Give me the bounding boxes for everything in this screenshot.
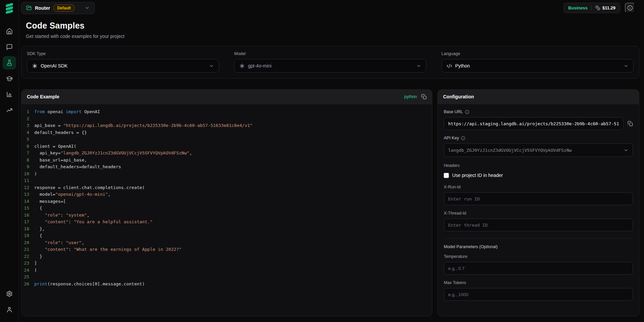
home-icon: [6, 28, 13, 35]
openai-icon: [32, 63, 38, 69]
code-line: 6client = OpenAI(: [22, 143, 432, 150]
sidebar-item-analytics[interactable]: [3, 88, 16, 101]
api-key-select[interactable]: langdb_ZGJ0YzJ1cnZ3dGVOUjVCcjV5SFVYQVpkO…: [444, 143, 633, 157]
sdk-type-label: SDK Type: [27, 51, 219, 56]
code-line: 18 },: [22, 226, 432, 233]
x-thread-id-label: X-Thread-Id: [444, 211, 633, 216]
filters-panel: SDK Type OpenAI SDK Model gpt-4o-mini: [21, 46, 639, 79]
user-profile-icon: [6, 306, 13, 313]
model-select[interactable]: gpt-4o-mini: [234, 59, 426, 73]
copy-icon: [628, 121, 633, 126]
code-line: 9 default_headers=default_headers: [22, 164, 432, 171]
divider: [591, 5, 592, 11]
code-example-panel: Code Example python 1from openai import …: [21, 89, 432, 316]
main-content: Code Samples Get started with code examp…: [19, 16, 644, 316]
model-value: gpt-4o-mini: [248, 63, 271, 68]
api-key-label: API Key: [444, 136, 633, 140]
trending-up-icon: [6, 107, 13, 113]
code-line: 20 "role": "user",: [22, 239, 432, 246]
x-run-id-label: X-Run-Id: [444, 185, 633, 189]
sdk-type-select[interactable]: OpenAI SDK: [27, 59, 219, 73]
code-icon: [446, 63, 452, 69]
page-subtitle: Get started with code examples for your …: [26, 34, 639, 39]
language-field: Language Python: [441, 51, 634, 73]
code-line: 3api_base = "https://api.langdb.ai/proje…: [22, 122, 432, 129]
code-line: 4default_headers = {}: [22, 129, 432, 136]
copy-code-button[interactable]: [421, 94, 427, 99]
use-project-id-label: Use project ID in header: [452, 173, 503, 178]
info-icon: [627, 5, 633, 11]
code-line: 24): [22, 267, 432, 274]
coins-icon: [595, 5, 600, 10]
code-line: 10): [22, 171, 432, 178]
sidebar-item-home[interactable]: [3, 25, 16, 38]
divider: [444, 238, 633, 239]
config-panel-header: Configuration: [438, 90, 639, 104]
sidebar-item-code-samples[interactable]: [3, 56, 16, 70]
graduation-cap-icon: [6, 75, 13, 82]
project-selector[interactable]: Router Default: [21, 2, 95, 14]
code-panel-title: Code Example: [27, 94, 59, 99]
chevron-down-icon: [624, 148, 629, 153]
code-line: 17 "content": "You are a helpful assista…: [22, 219, 432, 226]
code-line: 14 messages=[: [22, 198, 432, 205]
chevron-down-icon: [209, 63, 214, 68]
sidebar-item-learn[interactable]: [3, 72, 16, 85]
code-line: 5: [22, 136, 432, 143]
plan-label: Business: [568, 5, 588, 10]
sidebar-item-profile[interactable]: [3, 303, 16, 316]
code-line: 1from openai import OpenAI: [22, 108, 432, 116]
temperature-label: Temperature: [444, 254, 633, 259]
chat-icon: [6, 44, 13, 50]
chevron-down-icon: [624, 63, 629, 68]
language-label: Language: [441, 51, 634, 56]
sidebar-item-usage[interactable]: [3, 103, 16, 117]
language-select[interactable]: Python: [441, 59, 634, 73]
config-panel-title: Configuration: [443, 94, 474, 99]
code-line: 23]: [22, 260, 432, 267]
code-line: 19 {: [22, 232, 432, 239]
model-parameters-label: Model Parameters (Optional): [444, 244, 633, 249]
base-url-input[interactable]: [444, 117, 624, 130]
info-circle-icon[interactable]: [465, 110, 469, 114]
max-tokens-label: Max Tokens: [444, 280, 633, 285]
code-line: 12response = client.chat.completions.cre…: [22, 184, 432, 191]
code-line: 8 base_url=api_base,: [22, 157, 432, 164]
temperature-input[interactable]: [444, 262, 633, 275]
plan-balance-pill[interactable]: Business $11.29: [563, 3, 620, 13]
x-thread-id-input[interactable]: [444, 219, 633, 231]
code-line: 15 {: [22, 205, 432, 212]
model-field: Model gpt-4o-mini: [234, 51, 426, 73]
code-lines[interactable]: 1from openai import OpenAI23api_base = "…: [22, 104, 432, 316]
bar-chart-icon: [6, 91, 13, 98]
checkbox[interactable]: [444, 173, 449, 178]
configuration-panel: Configuration Base URL: [437, 89, 639, 316]
code-line: 25: [22, 274, 432, 281]
max-tokens-input[interactable]: [444, 288, 633, 301]
headers-label: Headers: [444, 163, 633, 168]
use-project-id-checkbox-row[interactable]: Use project ID in header: [444, 173, 633, 178]
code-line: 11: [22, 177, 432, 184]
sidebar-item-chat[interactable]: [3, 40, 16, 54]
copy-base-url-button[interactable]: [628, 121, 633, 126]
sidebar: [0, 0, 19, 322]
x-run-id-input[interactable]: [444, 192, 633, 205]
project-badge: Default: [53, 4, 75, 12]
api-key-value: langdb_ZGJ0YzJ1cnZ3dGVOUjVCcjV5SFVYQVpkO…: [448, 148, 572, 153]
base-url-label: Base URL: [444, 109, 633, 114]
code-line: 7 api_key="langdb_ZGJ0YzJ1cnZ3dGVOUjVCcj…: [22, 150, 432, 157]
folder-open-icon: [26, 5, 32, 11]
sdk-type-value: OpenAI SDK: [41, 63, 68, 68]
settings-gear-icon: [6, 290, 13, 297]
code-line: 22 }: [22, 253, 432, 260]
chevron-down-icon: [416, 63, 421, 68]
model-label: Model: [234, 51, 426, 56]
info-circle-icon[interactable]: [461, 136, 465, 140]
openai-icon: [239, 63, 245, 69]
sidebar-item-settings[interactable]: [3, 287, 16, 301]
project-name: Router: [35, 5, 50, 11]
info-button[interactable]: [625, 3, 635, 13]
code-line: 13 model="openai/gpt-4o-mini",: [22, 191, 432, 198]
language-value: Python: [455, 63, 470, 68]
chevron-down-icon: [85, 5, 90, 10]
